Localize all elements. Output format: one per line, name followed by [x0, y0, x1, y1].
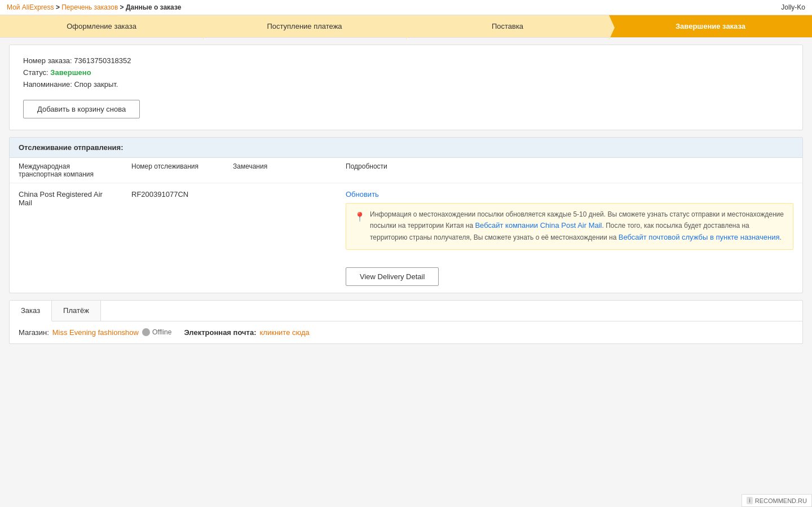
tab-order-content: Магазин: Miss Evening fashionshow Offlin…: [10, 321, 802, 343]
tabs-header: Заказ Платёж: [10, 301, 802, 321]
col-header-details: Подробности: [337, 158, 802, 183]
order-number-row: Номер заказа: 73613750318352: [23, 56, 789, 65]
add-to-cart-button[interactable]: Добавить в корзину снова: [23, 100, 140, 118]
pin-icon: 📍: [354, 210, 365, 224]
carrier-name: China Post Registered Air Mail: [10, 183, 122, 293]
top-bar: Мой AliExpress > Перечень заказов > Данн…: [0, 0, 812, 15]
offline-text: Offline: [152, 328, 171, 336]
table-row: China Post Registered Air Mail RF2003910…: [10, 183, 802, 293]
breadcrumb-orders-list[interactable]: Перечень заказов: [61, 3, 118, 11]
step-complete: Завершение заказа: [609, 15, 812, 37]
col-header-remarks: Замечания: [224, 158, 337, 183]
reminder-value: Спор закрыт.: [74, 80, 118, 89]
step-order: Оформление заказа: [0, 15, 203, 37]
china-post-link[interactable]: Вебсайт компании China Post Air Mail: [475, 221, 602, 230]
reminder-label: Напоминание:: [23, 80, 72, 89]
view-delivery-detail-button[interactable]: View Delivery Detail: [346, 267, 439, 286]
order-number-label: Номер заказа:: [23, 56, 72, 65]
breadcrumb: Мой AliExpress > Перечень заказов > Данн…: [7, 3, 181, 11]
step-delivery: Поставка: [406, 15, 609, 37]
main-content: Номер заказа: 73613750318352 Статус: Зав…: [0, 38, 812, 351]
order-card: Номер заказа: 73613750318352 Статус: Зав…: [9, 45, 803, 130]
status-value: Завершено: [50, 68, 91, 77]
col-header-carrier: Международная транспортная компания: [10, 158, 122, 183]
store-label: Магазин:: [19, 328, 49, 337]
step-payment: Поступление платежа: [203, 15, 406, 37]
tabs-section: Заказ Платёж Магазин: Miss Evening fashi…: [9, 300, 803, 344]
username: Jolly-Ko: [781, 3, 805, 11]
progress-bar: Оформление заказа Поступление платежа По…: [0, 15, 812, 38]
info-box: 📍 Информация о местонахождении посылки о…: [346, 203, 793, 250]
breadcrumb-myaliexpress[interactable]: Мой AliExpress: [7, 3, 54, 11]
col-header-tracking: Номер отслеживания: [122, 158, 224, 183]
details-cell: Обновить 📍 Информация о местонахождении …: [337, 183, 802, 293]
tab-order[interactable]: Заказ: [10, 301, 52, 321]
order-number-value: 73613750318352: [74, 56, 131, 65]
reminder-row: Напоминание: Спор закрыт.: [23, 80, 789, 89]
tracking-table: Международная транспортная компания Номе…: [10, 158, 802, 293]
status-label: Статус:: [23, 68, 48, 77]
breadcrumb-current: Данные о заказе: [126, 3, 181, 11]
offline-dot-icon: [142, 328, 150, 336]
email-label: Электронная почта:: [184, 328, 256, 337]
postal-service-link[interactable]: Вебсайт почтовой службы в пункте назначе…: [619, 233, 780, 241]
tracking-number: RF200391077CN: [122, 183, 224, 293]
update-link[interactable]: Обновить: [346, 190, 379, 199]
info-text: Информация о местонахождении посылки обн…: [370, 209, 785, 244]
remarks-cell: [224, 183, 337, 293]
store-name-link[interactable]: Miss Evening fashionshow: [52, 328, 139, 337]
tab-payment[interactable]: Платёж: [52, 301, 101, 321]
tracking-header: Отслеживание отправления:: [10, 138, 802, 158]
email-link[interactable]: кликните сюда: [260, 328, 310, 337]
status-row: Статус: Завершено: [23, 68, 789, 77]
offline-badge: Offline: [142, 328, 171, 336]
tracking-card: Отслеживание отправления: Международная …: [9, 137, 803, 293]
